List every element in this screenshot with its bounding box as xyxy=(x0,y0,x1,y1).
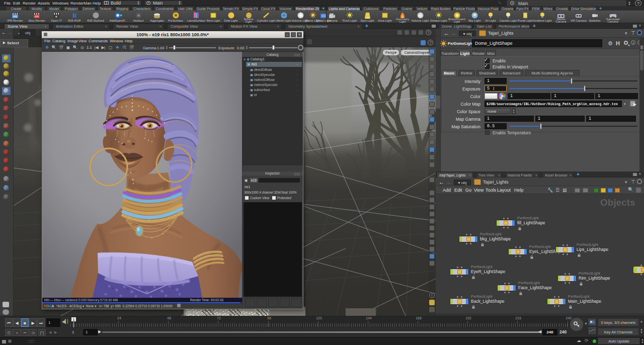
svg-text:IPR: IPR xyxy=(35,15,39,18)
svg-text:IPR: IPR xyxy=(13,15,18,18)
svg-text:R: R xyxy=(72,12,77,19)
svg-text:👁: 👁 xyxy=(55,15,58,18)
